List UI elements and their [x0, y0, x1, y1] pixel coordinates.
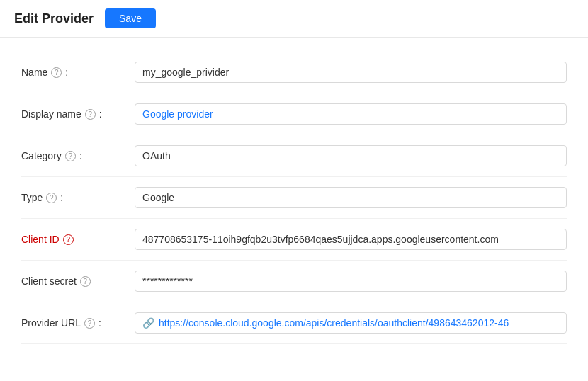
label-type: Type ? :: [21, 192, 135, 203]
label-client-secret: Client secret ?: [21, 275, 135, 287]
page-header: Edit Provider Save: [0, 0, 588, 38]
form-row-category: Category ? :: [21, 135, 567, 177]
label-display-name: Display name ? :: [21, 108, 135, 120]
label-provider-url-text: Provider URL: [21, 317, 81, 329]
help-icon-client-secret[interactable]: ?: [80, 276, 91, 287]
form-row-display-name: Display name ? :: [21, 93, 567, 135]
input-category[interactable]: [135, 145, 567, 166]
label-colon5: :: [98, 317, 101, 329]
provider-url-container: 🔗 https://console.cloud.google.com/apis/…: [135, 312, 567, 334]
label-category-text: Category: [21, 150, 62, 161]
form-container: Name ? : Display name ? : Category ? : T…: [0, 38, 588, 358]
provider-url-value[interactable]: https://console.cloud.google.com/apis/cr…: [159, 317, 509, 329]
form-row-provider-url: Provider URL ? : 🔗 https://console.cloud…: [21, 302, 567, 344]
label-display-name-text: Display name: [21, 108, 81, 120]
label-name-text: Name: [21, 67, 47, 78]
label-colon4: :: [60, 192, 63, 203]
help-icon-name[interactable]: ?: [51, 67, 62, 78]
input-display-name[interactable]: [135, 103, 567, 125]
label-client-id-text: Client ID: [21, 234, 60, 245]
help-icon-type[interactable]: ?: [46, 193, 57, 203]
help-icon-provider-url[interactable]: ?: [84, 318, 95, 329]
label-client-secret-text: Client secret: [21, 275, 77, 287]
help-icon-client-id[interactable]: ?: [63, 234, 74, 245]
label-colon: :: [65, 67, 68, 78]
form-row-name: Name ? :: [21, 52, 567, 93]
label-colon2: :: [99, 108, 102, 120]
form-row-type: Type ? :: [21, 177, 567, 219]
form-row-client-secret: Client secret ?: [21, 261, 567, 302]
page-title: Edit Provider: [14, 11, 94, 26]
label-provider-url: Provider URL ? :: [21, 317, 135, 329]
help-icon-category[interactable]: ?: [65, 151, 76, 161]
label-colon3: :: [79, 150, 82, 161]
label-name: Name ? :: [21, 67, 135, 78]
input-type[interactable]: [135, 187, 567, 208]
save-button[interactable]: Save: [105, 8, 156, 28]
input-name[interactable]: [135, 62, 567, 83]
form-row-client-id: Client ID ?: [21, 219, 567, 261]
help-icon-display-name[interactable]: ?: [85, 109, 96, 120]
label-client-id: Client ID ?: [21, 234, 135, 245]
label-type-text: Type: [21, 192, 43, 203]
link-icon: 🔗: [142, 317, 154, 329]
label-category: Category ? :: [21, 150, 135, 161]
input-client-secret[interactable]: [135, 271, 567, 292]
input-client-id[interactable]: [135, 229, 567, 250]
